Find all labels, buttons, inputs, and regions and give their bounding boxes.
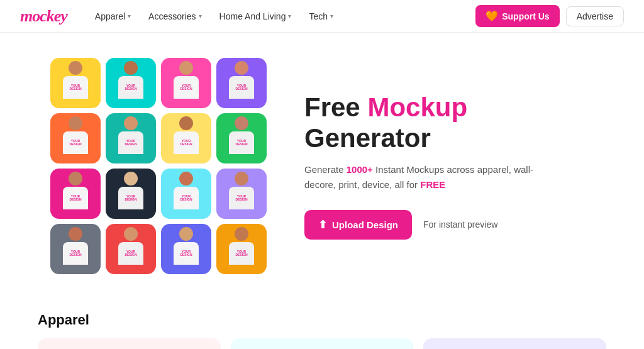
hero-card-8: YOURDESIGN	[216, 113, 267, 163]
nav-home-living[interactable]: Home And Living ▾	[212, 8, 299, 25]
hero-card-12: YOURDESIGN	[216, 169, 267, 219]
category-card-tshirt[interactable]: T-Shirt 197+ Mockups YOURDESIGN	[38, 338, 221, 349]
hero-card-15: YOURDESIGN	[161, 224, 211, 274]
hero-card-5: YOURDESIGN	[50, 113, 101, 163]
hero-card-4: YOURDESIGN	[216, 58, 267, 108]
apparel-category-row: T-Shirt 197+ Mockups YOURDESIGN Tank-Top…	[38, 338, 606, 349]
hero-card-16: YOURDESIGN	[216, 224, 267, 274]
hero-image-grid: YOURDESIGN YOURDESIGN YOURDESIGN YOURDES…	[50, 58, 267, 274]
hero-card-1: YOURDESIGN	[50, 58, 101, 108]
hero-card-7: YOURDESIGN	[161, 113, 211, 163]
hero-title: Free Mockup Generator	[304, 92, 543, 153]
hero-section: YOURDESIGN YOURDESIGN YOURDESIGN YOURDES…	[0, 33, 644, 299]
category-card-hoodie[interactable]: Hoodie 38+ Mockups YOURDESIGN	[423, 338, 606, 349]
navbar: mockey Apparel ▾ Accessories ▾ Home And …	[0, 0, 644, 33]
hero-card-2: YOURDESIGN	[106, 58, 156, 108]
nav-actions: 🧡 Support Us Advertise	[475, 5, 624, 27]
chevron-down-icon: ▾	[330, 13, 333, 19]
category-card-tanktop[interactable]: Tank-Top 11+ Mockups YOURDESIGN	[231, 338, 414, 349]
apparel-section-title: Apparel	[38, 312, 606, 328]
advertise-button[interactable]: Advertise	[566, 6, 624, 26]
nav-accessories[interactable]: Accessories ▾	[141, 8, 209, 25]
hero-card-10: YOURDESIGN	[106, 169, 156, 219]
upload-design-button[interactable]: ⬆ Upload Design	[304, 210, 412, 240]
nav-tech[interactable]: Tech ▾	[301, 8, 341, 25]
chevron-down-icon: ▾	[128, 13, 131, 19]
upload-icon: ⬆	[318, 218, 327, 231]
hero-card-3: YOURDESIGN	[161, 58, 211, 108]
heart-icon: 🧡	[486, 10, 498, 22]
logo[interactable]: mockey	[20, 7, 67, 26]
support-button[interactable]: 🧡 Support Us	[475, 5, 559, 27]
hero-card-11: YOURDESIGN	[161, 169, 211, 219]
instant-preview-label: For instant preview	[423, 219, 497, 230]
apparel-section: Apparel T-Shirt 197+ Mockups YOURDESIGN …	[0, 299, 644, 349]
hero-card-14: YOURDESIGN	[106, 224, 156, 274]
hero-description: Generate 1000+ Instant Mockups across ap…	[304, 162, 543, 192]
hero-text: Free Mockup Generator Generate 1000+ Ins…	[304, 92, 543, 240]
chevron-down-icon: ▾	[288, 13, 291, 19]
hero-cta: ⬆ Upload Design For instant preview	[304, 210, 543, 240]
hero-card-9: YOURDESIGN	[50, 169, 101, 219]
hero-card-13: YOURDESIGN	[50, 224, 101, 274]
nav-links: Apparel ▾ Accessories ▾ Home And Living …	[87, 8, 475, 25]
nav-apparel[interactable]: Apparel ▾	[87, 8, 138, 25]
hero-card-6: YOURDESIGN	[106, 113, 156, 163]
chevron-down-icon: ▾	[199, 13, 202, 19]
